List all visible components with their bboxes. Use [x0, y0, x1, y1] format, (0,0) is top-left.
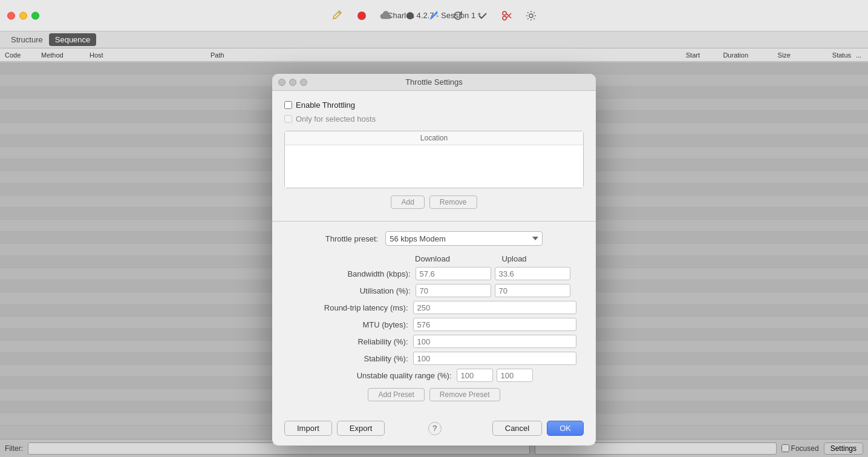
col-header-size: Size [751, 51, 793, 59]
svg-point-7 [529, 14, 533, 18]
upload-label: Upload [474, 254, 555, 263]
svg-point-1 [406, 12, 414, 19]
add-location-button[interactable]: Add [391, 196, 424, 209]
col-header-host: Host [87, 51, 208, 59]
modal-close-button[interactable] [278, 79, 286, 86]
dl-ul-header-row: Download Upload [363, 254, 584, 263]
pencil-icon [332, 10, 343, 21]
location-list[interactable] [285, 145, 583, 188]
utilisation-download-input[interactable] [416, 284, 491, 297]
divider [272, 221, 596, 222]
minimize-button[interactable] [19, 12, 27, 19]
cancel-button[interactable]: Cancel [492, 421, 542, 436]
modal-zoom-button[interactable] [300, 79, 307, 86]
col-header-code: Code [2, 51, 39, 59]
toolbar-record-button[interactable] [351, 6, 373, 25]
utilisation-label: Utilisation (%): [295, 286, 416, 295]
check-icon [477, 10, 488, 21]
throttle-preset-select[interactable]: 56 kbps Modem 256 kbps DSL 512 kbps DSL … [385, 231, 543, 246]
reliability-label: Reliability (%): [292, 337, 413, 346]
tab-structure[interactable]: Structure [5, 33, 49, 46]
location-panel: Location [284, 131, 584, 188]
bandwidth-download-input[interactable] [416, 267, 491, 280]
svg-point-4 [503, 16, 506, 20]
modal-minimize-button[interactable] [289, 79, 296, 86]
col-header-start: Start [654, 51, 702, 59]
unstable-quality-inputs [457, 369, 533, 382]
round-trip-latency-input[interactable] [413, 301, 576, 314]
modal-traffic-lights [278, 79, 307, 86]
add-remove-row: Add Remove [284, 196, 584, 209]
reliability-row: Reliability (%): [284, 335, 584, 348]
export-button[interactable]: Export [337, 421, 385, 436]
col-header-status: Status [793, 51, 853, 59]
utilisation-row: Utilisation (%): [284, 284, 584, 297]
toolbar-pen-button[interactable] [423, 6, 445, 25]
only-selected-hosts-label: Only for selected hosts [296, 114, 376, 123]
svg-point-3 [503, 12, 506, 15]
ok-button[interactable]: OK [547, 421, 584, 436]
only-selected-hosts-checkbox[interactable] [284, 115, 292, 123]
mtu-input[interactable] [413, 318, 576, 331]
unstable-quality-from-input[interactable] [457, 369, 493, 382]
dot-icon [406, 12, 414, 20]
remove-preset-button[interactable]: Remove Preset [429, 388, 500, 401]
footer-center: ? [385, 422, 484, 435]
tab-bar: Structure Sequence [0, 31, 868, 48]
import-button[interactable]: Import [284, 421, 332, 436]
modal-overlay: Throttle Settings Enable Throttling Only… [0, 62, 868, 457]
svg-point-2 [436, 11, 437, 13]
cloud-icon [380, 11, 392, 21]
enable-throttling-checkbox[interactable] [284, 101, 292, 109]
main-content-area: Filter: Focused Settings Throttle Settin… [0, 62, 868, 457]
round-trip-latency-row: Round-trip latency (ms): [284, 301, 584, 314]
throttle-settings-dialog: Throttle Settings Enable Throttling Only… [272, 74, 596, 445]
refresh-icon [453, 10, 464, 21]
only-selected-hosts-row: Only for selected hosts [284, 114, 584, 123]
toolbar-scissors-button[interactable] [496, 6, 518, 25]
main-toolbar [327, 6, 542, 25]
stability-row: Stability (%): [284, 352, 584, 365]
reliability-input[interactable] [413, 335, 576, 348]
throttle-preset-label: Throttle preset: [325, 234, 378, 243]
column-header-bar: Code Method Host Path Start Duration Siz… [0, 48, 868, 62]
toolbar-refresh-button[interactable] [448, 6, 469, 25]
scissors-icon [501, 10, 512, 21]
toolbar-cloud-button[interactable] [375, 6, 397, 25]
bandwidth-row: Bandwidth (kbps): [284, 267, 584, 280]
bandwidth-label: Bandwidth (kbps): [295, 269, 416, 278]
preset-btns-row: Add Preset Remove Preset [284, 388, 584, 401]
toolbar-check-button[interactable] [472, 6, 494, 25]
close-button[interactable] [7, 12, 15, 19]
utilisation-upload-input[interactable] [495, 284, 570, 297]
stability-label: Stability (%): [292, 354, 413, 363]
enable-throttling-label: Enable Throttling [296, 100, 355, 110]
unstable-quality-to-input[interactable] [497, 369, 533, 382]
stability-input[interactable] [413, 352, 576, 365]
toolbar-pencil-button[interactable] [327, 6, 348, 25]
traffic-lights [7, 12, 39, 19]
location-header: Location [285, 131, 583, 145]
round-trip-latency-label: Round-trip latency (ms): [292, 303, 413, 312]
mtu-row: MTU (bytes): [284, 318, 584, 331]
unstable-quality-row: Unstable quality range (%): [284, 369, 584, 382]
add-preset-button[interactable]: Add Preset [368, 388, 424, 401]
col-header-path: Path [208, 51, 654, 59]
toolbar-dot-button[interactable] [399, 6, 421, 25]
unstable-quality-label: Unstable quality range (%): [336, 371, 457, 380]
title-bar: Charles 4.2.7 - Session 1 * [0, 0, 868, 31]
pen-icon [429, 10, 440, 21]
toolbar-settings-button[interactable] [520, 6, 542, 25]
col-header-more: ... [853, 51, 866, 59]
col-header-method: Method [39, 51, 87, 59]
download-label: Download [392, 254, 474, 263]
remove-location-button[interactable]: Remove [429, 196, 477, 209]
footer-left: Import Export [284, 421, 385, 436]
enable-throttling-row: Enable Throttling [284, 100, 584, 110]
zoom-button[interactable] [31, 12, 39, 19]
modal-title: Throttle Settings [405, 77, 463, 87]
tab-sequence[interactable]: Sequence [49, 33, 97, 46]
bandwidth-upload-input[interactable] [495, 267, 570, 280]
help-button[interactable]: ? [428, 422, 442, 435]
mtu-label: MTU (bytes): [292, 320, 413, 329]
